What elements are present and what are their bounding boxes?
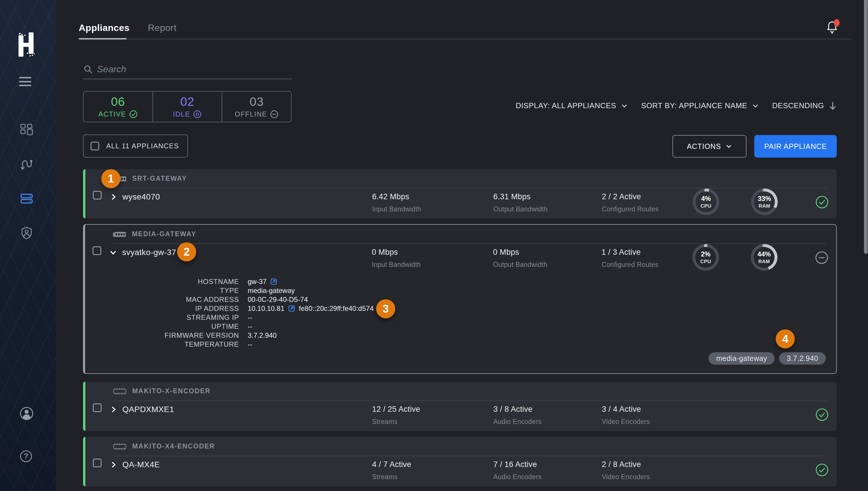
summary-offline[interactable]: 03 OFFLINE xyxy=(222,92,291,122)
detail-firmware-version: FIRMWARE VERSION 3.7.2.940 xyxy=(113,331,385,340)
minus-circle-icon xyxy=(270,110,279,119)
expand-chevron-right-icon[interactable] xyxy=(110,193,117,202)
select-all-label: ALL 11 APPLIANCES xyxy=(106,142,179,150)
chevron-down-icon xyxy=(621,103,628,109)
help-button[interactable]: ? xyxy=(20,450,33,464)
search-icon xyxy=(83,64,93,74)
display-filter-dropdown[interactable]: DISPLAY: ALL APPLIANCES xyxy=(515,101,628,110)
detail-streaming-ip: STREAMING IP -- xyxy=(113,313,385,322)
detail-ip-address: IP ADDRESS 10.10.10.81 fe80::20c:29ff:fe… xyxy=(113,304,385,313)
stat-label: Audio Encoders xyxy=(493,418,542,426)
dashboard-grid-icon xyxy=(20,123,33,137)
appliance-name[interactable]: QA-MX4E xyxy=(122,460,160,469)
stat-value: 4 / 7 Active xyxy=(372,460,412,469)
collapse-chevron-down-icon[interactable] xyxy=(109,249,117,257)
row-checkbox[interactable] xyxy=(92,247,101,255)
offline-label: OFFLINE xyxy=(235,110,267,118)
notification-badge xyxy=(834,19,840,27)
active-label: ACTIVE xyxy=(99,110,126,118)
sidebar-item-dashboard[interactable] xyxy=(20,123,33,137)
list-controls: DISPLAY: ALL APPLIANCES SORT BY: APPLIAN… xyxy=(515,101,837,110)
stat-value: 1 / 3 Active xyxy=(601,248,659,257)
detail-mac-address: MAC ADDRESS 00-0C-29-40-D5-74 xyxy=(113,295,385,304)
menu-toggle-icon[interactable] xyxy=(19,76,32,87)
stat-label: Streams xyxy=(372,418,420,426)
route-icon xyxy=(20,157,33,171)
svg-text:?: ? xyxy=(24,452,28,460)
sidebar-item-security[interactable] xyxy=(20,226,33,240)
appliance-tags: media-gateway 3.7.2.940 xyxy=(708,352,826,365)
stat-value: 2 / 8 Active xyxy=(602,460,650,469)
stat-value: 12 / 25 Active xyxy=(372,405,420,414)
stat-value: 6.42 Mbps xyxy=(372,192,421,201)
status-offline-icon xyxy=(815,251,828,265)
check-circle-icon xyxy=(129,110,138,119)
stat-label: Output Bandwidth xyxy=(493,261,548,269)
row-checkbox[interactable] xyxy=(93,403,102,412)
search-input[interactable] xyxy=(97,64,276,75)
stat-value: 0 Mbps xyxy=(493,248,548,257)
appliance-card-svyatko-gw-37: MEDIA-GATEWAY svyatko-gw-37 0 MbpsInput … xyxy=(83,224,837,374)
pair-appliance-button[interactable]: PAIR APPLIANCE xyxy=(754,135,837,157)
tab-appliances[interactable]: Appliances xyxy=(79,23,130,33)
stat-label: Audio Encoders xyxy=(493,473,542,481)
appliance-card-qa-mx4e: MAKITO-X4-ENCODER QA-MX4E 4 / 7 ActiveSt… xyxy=(83,437,837,486)
detail-type: TYPE media-gateway xyxy=(113,286,385,295)
appliance-name[interactable]: svyatko-gw-37 xyxy=(122,248,176,257)
scrollbar-thumb[interactable] xyxy=(864,0,868,254)
select-all-appliances[interactable]: ALL 11 APPLIANCES xyxy=(83,135,188,157)
stat-label: Input Bandwidth xyxy=(372,261,421,269)
stat-label: Output Bandwidth xyxy=(493,205,548,213)
status-active-icon xyxy=(815,408,829,423)
logo-h-icon xyxy=(17,32,35,57)
stat-value: 3 / 4 Active xyxy=(602,405,650,414)
select-all-checkbox[interactable] xyxy=(90,142,99,150)
detail-hostname: HOSTNAME gw-37 xyxy=(113,277,385,286)
summary-active[interactable]: 06 ACTIVE xyxy=(84,92,152,122)
idle-label: IDLE xyxy=(173,110,190,118)
annotation-badge-4: 4 xyxy=(776,329,795,348)
appliance-details: HOSTNAME gw-37 TYPE media-gateway MAC AD… xyxy=(113,277,385,349)
tag-version: 3.7.2.940 xyxy=(779,352,826,365)
stat-value: 3 / 8 Active xyxy=(493,405,542,414)
cpu-gauge: 2%CPU xyxy=(692,244,719,271)
external-link-icon[interactable] xyxy=(270,278,278,285)
user-avatar[interactable] xyxy=(20,407,33,421)
header-divider xyxy=(79,39,852,39)
annotation-badge-2: 2 xyxy=(177,242,196,261)
active-count: 06 xyxy=(111,95,125,109)
row-checkbox[interactable] xyxy=(93,459,102,467)
gateway-appliance-icon xyxy=(113,231,126,237)
haivision-logo[interactable] xyxy=(17,32,35,57)
status-active-icon xyxy=(815,196,829,210)
appliance-name[interactable]: QAPDXMXE1 xyxy=(122,405,174,414)
cpu-gauge: 4%CPU xyxy=(693,189,719,215)
sidebar: ? xyxy=(0,0,56,491)
group-label: MAKITO-X-ENCODER xyxy=(132,387,211,395)
sort-by-dropdown[interactable]: SORT BY: APPLIANCE NAME xyxy=(641,101,759,110)
stat-value: 2 / 2 Active xyxy=(602,192,659,201)
actions-button[interactable]: ACTIONS xyxy=(672,135,747,157)
sidebar-item-appliances[interactable] xyxy=(20,192,33,206)
idle-count: 02 xyxy=(180,95,194,109)
expand-chevron-right-icon[interactable] xyxy=(110,461,117,470)
sidebar-item-routes[interactable] xyxy=(20,157,33,171)
row-checkbox[interactable] xyxy=(93,191,102,200)
sort-order-toggle[interactable]: DESCENDING xyxy=(772,101,837,110)
stat-label: Video Encoders xyxy=(602,418,650,426)
arrow-down-icon xyxy=(829,102,837,110)
group-label: SRT-GATEWAY xyxy=(132,175,187,182)
summary-idle[interactable]: 02 IDLE xyxy=(152,92,222,122)
stat-label: Video Encoders xyxy=(602,473,650,481)
status-active-icon xyxy=(815,463,829,478)
stat-label: Streams xyxy=(372,473,412,481)
expand-chevron-right-icon[interactable] xyxy=(110,406,117,414)
tab-report[interactable]: Report xyxy=(148,23,176,33)
notifications-bell[interactable] xyxy=(826,20,840,35)
external-link-icon[interactable] xyxy=(288,305,296,312)
encoder-appliance-icon xyxy=(113,443,127,450)
encoder-appliance-icon xyxy=(113,388,127,395)
appliance-name[interactable]: wyse4070 xyxy=(122,192,160,202)
chevron-down-icon xyxy=(752,103,759,109)
chevron-down-icon xyxy=(726,143,732,149)
